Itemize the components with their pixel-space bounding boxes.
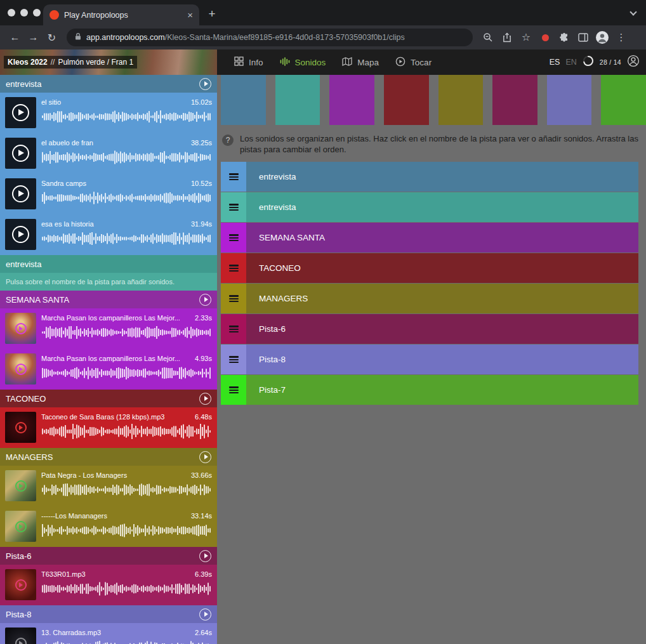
drag-handle-icon[interactable]: [221, 284, 246, 313]
tab-tocar[interactable]: Tocar: [387, 49, 440, 75]
track-swatch[interactable]: [438, 75, 484, 125]
account-icon[interactable]: [627, 55, 640, 70]
track-play-icon[interactable]: [199, 78, 211, 90]
clip[interactable]: Pata Negra - Los Managers33.66s: [0, 466, 217, 506]
clip-thumbnail[interactable]: [5, 569, 36, 600]
profile-avatar[interactable]: [593, 29, 611, 46]
track-row[interactable]: Pista-7: [221, 375, 638, 405]
back-button[interactable]: ←: [6, 29, 23, 46]
track-swatch[interactable]: [221, 75, 266, 125]
track-play-icon[interactable]: [199, 294, 211, 306]
track-row-label: SEMANA SANTA: [246, 223, 325, 253]
drag-handle-icon[interactable]: [221, 192, 246, 222]
tab-search-chevron-icon[interactable]: [630, 8, 636, 15]
tab-info[interactable]: Info: [226, 49, 272, 75]
reload-button[interactable]: ↻: [43, 29, 60, 46]
track-header[interactable]: SEMANA SANTA: [0, 291, 217, 308]
track-header[interactable]: Pista-8: [0, 605, 217, 623]
clip-play-button[interactable]: [5, 97, 36, 128]
track-header[interactable]: MANAGERS: [0, 448, 217, 466]
breadcrumb-project[interactable]: Kleos 2022: [8, 58, 48, 67]
clip[interactable]: Marcha Pasan los campanilleros Las Mejor…: [0, 308, 217, 349]
track-row[interactable]: Pista-6: [221, 314, 638, 344]
clip[interactable]: T633R01.mp36.39s: [0, 565, 217, 605]
lock-icon[interactable]: [74, 32, 82, 43]
share-icon[interactable]: [498, 29, 516, 46]
track-name[interactable]: entrevista: [6, 260, 41, 269]
track-swatch[interactable]: [275, 75, 320, 125]
clip[interactable]: el abuelo de fran38.25s: [0, 133, 217, 174]
track-swatch[interactable]: [601, 75, 646, 125]
drag-handle-icon[interactable]: [221, 314, 246, 344]
lang-es-button[interactable]: ES: [550, 58, 560, 67]
recording-extension-icon[interactable]: [536, 29, 554, 46]
new-tab-button[interactable]: +: [203, 5, 221, 23]
track-name[interactable]: TACONEO: [6, 394, 46, 404]
track-header[interactable]: TACONEO: [0, 390, 217, 407]
drag-handle-icon[interactable]: [221, 345, 246, 374]
tab-close-icon[interactable]: ×: [187, 10, 193, 20]
clip[interactable]: el sitio15.02s: [0, 93, 217, 133]
clip-play-button[interactable]: [5, 178, 36, 209]
clip-thumbnail[interactable]: [5, 628, 36, 644]
window-zoom-button[interactable]: [33, 9, 41, 16]
track-name[interactable]: MANAGERS: [6, 452, 53, 462]
side-panel-icon[interactable]: [574, 29, 592, 46]
drag-handle-icon[interactable]: [221, 223, 246, 253]
extensions-puzzle-icon[interactable]: [555, 29, 573, 46]
clip[interactable]: Taconeo de Sara Baras (128 kbps).mp36.48…: [0, 407, 217, 448]
clip[interactable]: Sandra camps10.52s: [0, 174, 217, 214]
drag-handle-icon[interactable]: [221, 375, 246, 405]
clip-thumbnail[interactable]: [5, 511, 36, 542]
clip-thumbnail[interactable]: [5, 313, 36, 344]
track-header[interactable]: entrevista: [0, 75, 217, 93]
clip-thumbnail[interactable]: [5, 470, 36, 501]
address-bar[interactable]: app.antropoloops.com/Kleos-Santa-Marina/…: [67, 29, 473, 46]
track-header[interactable]: entrevista: [0, 255, 217, 273]
drag-handle-icon[interactable]: [221, 162, 246, 192]
drag-handle-icon[interactable]: [221, 253, 246, 283]
tab-sonidos[interactable]: Sonidos: [272, 49, 334, 75]
track-swatch[interactable]: [547, 75, 592, 125]
track-row[interactable]: MANAGERS: [221, 284, 638, 313]
track-play-icon[interactable]: [199, 451, 211, 463]
clip-thumbnail[interactable]: [5, 353, 36, 384]
breadcrumb-audioset[interactable]: Pulmón verde / Fran 1: [58, 58, 133, 67]
clip-title: Taconeo de Sara Baras (128 kbps).mp3: [41, 413, 191, 421]
track-header[interactable]: Pista-6: [0, 547, 217, 565]
tab-mapa[interactable]: Mapa: [334, 49, 387, 75]
track-swatch[interactable]: [329, 75, 374, 125]
track-name[interactable]: Pista-8: [6, 610, 31, 619]
track-play-icon[interactable]: [199, 550, 211, 562]
clip[interactable]: Marcha Pasan los campanilleros Las Mejor…: [0, 349, 217, 390]
window-close-button[interactable]: [8, 9, 15, 16]
track-row[interactable]: Pista-8: [221, 345, 638, 374]
zoom-icon[interactable]: [479, 29, 497, 46]
track-name[interactable]: Pista-6: [6, 551, 31, 561]
track-row[interactable]: entrevista: [221, 192, 638, 222]
breadcrumb[interactable]: Kleos 2022//Pulmón verde / Fran 1: [4, 56, 137, 69]
browser-tab[interactable]: Play Antropoloops ×: [43, 4, 199, 25]
track-row[interactable]: SEMANA SANTA: [221, 223, 638, 253]
browser-menu-kebab-icon[interactable]: ⋮: [612, 29, 630, 46]
window-minimize-button[interactable]: [20, 9, 28, 16]
lang-en-button[interactable]: EN: [565, 58, 576, 67]
clip-thumbnail[interactable]: [5, 412, 36, 443]
track-name[interactable]: entrevista: [6, 79, 41, 89]
track-row[interactable]: TACONEO: [221, 253, 638, 283]
clip-play-button[interactable]: [5, 219, 36, 250]
clip[interactable]: 13. Charradas.mp32.64s: [0, 623, 217, 644]
clip-play-button[interactable]: [5, 138, 36, 169]
track-row[interactable]: entrevista: [221, 162, 638, 192]
track-swatch[interactable]: [492, 75, 537, 125]
track-name[interactable]: SEMANA SANTA: [6, 295, 69, 305]
clip[interactable]: esa es la historia31.94s: [0, 214, 217, 255]
window-controls[interactable]: [8, 9, 41, 16]
forward-button[interactable]: →: [25, 29, 42, 46]
clip-waveform: [41, 109, 212, 124]
track-swatch[interactable]: [384, 75, 429, 125]
track-play-icon[interactable]: [199, 393, 211, 405]
bookmark-star-icon[interactable]: ☆: [517, 29, 535, 46]
track-play-icon[interactable]: [199, 608, 211, 621]
clip[interactable]: ------Los Mananagers33.14s: [0, 506, 217, 547]
